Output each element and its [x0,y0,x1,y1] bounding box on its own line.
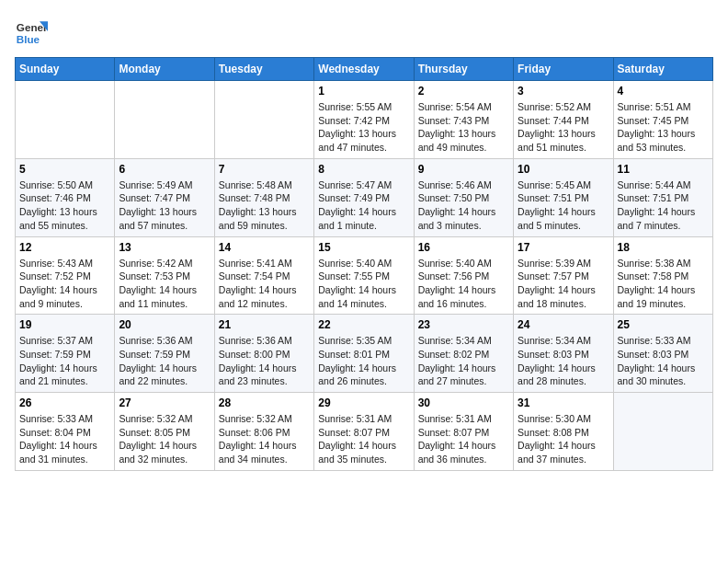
day-number: 13 [119,241,210,254]
calendar-cell: 12Sunrise: 5:43 AM Sunset: 7:52 PM Dayli… [16,236,115,315]
weekday-header-sunday: Sunday [16,58,115,81]
day-number: 20 [119,318,210,331]
day-number: 31 [518,396,609,409]
calendar-cell: 8Sunrise: 5:47 AM Sunset: 7:49 PM Daylig… [314,158,414,236]
calendar-cell: 14Sunrise: 5:41 AM Sunset: 7:54 PM Dayli… [214,236,313,315]
day-number: 7 [219,163,310,176]
day-info: Sunrise: 5:32 AM Sunset: 8:05 PM Dayligh… [119,412,210,466]
calendar-cell: 17Sunrise: 5:39 AM Sunset: 7:57 PM Dayli… [514,236,613,315]
calendar-cell: 16Sunrise: 5:40 AM Sunset: 7:56 PM Dayli… [414,236,513,315]
day-number: 9 [418,163,509,176]
calendar-cell: 30Sunrise: 5:31 AM Sunset: 8:07 PM Dayli… [414,393,513,471]
day-info: Sunrise: 5:31 AM Sunset: 8:07 PM Dayligh… [418,412,509,466]
day-info: Sunrise: 5:43 AM Sunset: 7:52 PM Dayligh… [19,257,110,311]
day-number: 5 [19,163,110,176]
day-number: 22 [318,318,409,331]
day-info: Sunrise: 5:42 AM Sunset: 7:53 PM Dayligh… [119,257,210,311]
calendar-week-row: 1Sunrise: 5:55 AM Sunset: 7:42 PM Daylig… [16,81,713,159]
day-number: 16 [418,241,509,254]
day-info: Sunrise: 5:37 AM Sunset: 7:59 PM Dayligh… [19,334,110,388]
calendar-cell: 15Sunrise: 5:40 AM Sunset: 7:55 PM Dayli… [314,236,414,315]
day-number: 4 [618,85,709,98]
day-number: 12 [19,241,110,254]
calendar-week-row: 26Sunrise: 5:33 AM Sunset: 8:04 PM Dayli… [16,393,713,471]
weekday-header-saturday: Saturday [613,58,712,81]
calendar-week-row: 12Sunrise: 5:43 AM Sunset: 7:52 PM Dayli… [16,236,713,315]
day-info: Sunrise: 5:47 AM Sunset: 7:49 PM Dayligh… [318,178,409,233]
weekday-header-wednesday: Wednesday [314,58,414,81]
calendar-cell: 25Sunrise: 5:33 AM Sunset: 8:03 PM Dayli… [613,315,712,393]
day-number: 2 [418,85,509,98]
calendar-cell: 29Sunrise: 5:31 AM Sunset: 8:07 PM Dayli… [314,393,414,471]
calendar-cell: 10Sunrise: 5:45 AM Sunset: 7:51 PM Dayli… [514,158,613,236]
day-number: 15 [318,241,409,254]
day-number: 18 [618,241,709,254]
day-info: Sunrise: 5:44 AM Sunset: 7:51 PM Dayligh… [618,178,709,233]
calendar-cell: 23Sunrise: 5:34 AM Sunset: 8:02 PM Dayli… [414,315,513,393]
calendar-cell: 20Sunrise: 5:36 AM Sunset: 7:59 PM Dayli… [115,315,214,393]
day-info: Sunrise: 5:38 AM Sunset: 7:58 PM Dayligh… [618,257,709,311]
calendar-week-row: 5Sunrise: 5:50 AM Sunset: 7:46 PM Daylig… [16,158,713,236]
calendar-cell: 11Sunrise: 5:44 AM Sunset: 7:51 PM Dayli… [613,158,712,236]
day-info: Sunrise: 5:40 AM Sunset: 7:56 PM Dayligh… [418,257,509,311]
calendar-cell [613,393,712,471]
weekday-header-thursday: Thursday [414,58,513,81]
calendar-cell: 1Sunrise: 5:55 AM Sunset: 7:42 PM Daylig… [314,81,414,159]
day-number: 14 [219,241,310,254]
day-info: Sunrise: 5:33 AM Sunset: 8:04 PM Dayligh… [19,412,110,466]
calendar-cell: 31Sunrise: 5:30 AM Sunset: 8:08 PM Dayli… [514,393,613,471]
weekday-header-friday: Friday [514,58,613,81]
day-number: 10 [518,163,609,176]
day-info: Sunrise: 5:49 AM Sunset: 7:47 PM Dayligh… [119,178,210,233]
day-number: 21 [219,318,310,331]
day-info: Sunrise: 5:48 AM Sunset: 7:48 PM Dayligh… [219,178,310,233]
weekday-header-monday: Monday [115,58,214,81]
calendar-header-row: SundayMondayTuesdayWednesdayThursdayFrid… [16,58,713,81]
day-info: Sunrise: 5:36 AM Sunset: 8:00 PM Dayligh… [219,334,310,388]
calendar-cell: 26Sunrise: 5:33 AM Sunset: 8:04 PM Dayli… [16,393,115,471]
day-number: 25 [618,318,709,331]
day-number: 17 [518,241,609,254]
day-info: Sunrise: 5:30 AM Sunset: 8:08 PM Dayligh… [518,412,609,466]
calendar-cell: 7Sunrise: 5:48 AM Sunset: 7:48 PM Daylig… [214,158,313,236]
day-number: 28 [219,396,310,409]
day-info: Sunrise: 5:41 AM Sunset: 7:54 PM Dayligh… [219,257,310,311]
day-number: 29 [318,396,409,409]
day-number: 19 [19,318,110,331]
calendar-cell: 9Sunrise: 5:46 AM Sunset: 7:50 PM Daylig… [414,158,513,236]
day-info: Sunrise: 5:45 AM Sunset: 7:51 PM Dayligh… [518,178,609,233]
weekday-header-tuesday: Tuesday [214,58,313,81]
day-number: 1 [318,85,409,98]
logo-icon: General Blue [15,15,48,48]
day-number: 23 [418,318,509,331]
calendar-cell: 19Sunrise: 5:37 AM Sunset: 7:59 PM Dayli… [16,315,115,393]
day-number: 8 [318,163,409,176]
calendar-cell: 6Sunrise: 5:49 AM Sunset: 7:47 PM Daylig… [115,158,214,236]
day-info: Sunrise: 5:51 AM Sunset: 7:45 PM Dayligh… [618,100,709,155]
calendar-cell: 13Sunrise: 5:42 AM Sunset: 7:53 PM Dayli… [115,236,214,315]
day-number: 11 [618,163,709,176]
calendar-week-row: 19Sunrise: 5:37 AM Sunset: 7:59 PM Dayli… [16,315,713,393]
day-info: Sunrise: 5:35 AM Sunset: 8:01 PM Dayligh… [318,334,409,388]
calendar-cell: 4Sunrise: 5:51 AM Sunset: 7:45 PM Daylig… [613,81,712,159]
calendar-table: SundayMondayTuesdayWednesdayThursdayFrid… [15,57,713,471]
day-info: Sunrise: 5:34 AM Sunset: 8:03 PM Dayligh… [518,334,609,388]
day-info: Sunrise: 5:36 AM Sunset: 7:59 PM Dayligh… [119,334,210,388]
day-info: Sunrise: 5:50 AM Sunset: 7:46 PM Dayligh… [19,178,110,233]
day-info: Sunrise: 5:32 AM Sunset: 8:06 PM Dayligh… [219,412,310,466]
day-info: Sunrise: 5:39 AM Sunset: 7:57 PM Dayligh… [518,257,609,311]
day-info: Sunrise: 5:31 AM Sunset: 8:07 PM Dayligh… [318,412,409,466]
calendar-cell: 22Sunrise: 5:35 AM Sunset: 8:01 PM Dayli… [314,315,414,393]
calendar-cell [16,81,115,159]
day-info: Sunrise: 5:54 AM Sunset: 7:43 PM Dayligh… [418,100,509,155]
calendar-cell: 28Sunrise: 5:32 AM Sunset: 8:06 PM Dayli… [214,393,313,471]
calendar-cell [115,81,214,159]
day-number: 3 [518,85,609,98]
calendar-cell: 24Sunrise: 5:34 AM Sunset: 8:03 PM Dayli… [514,315,613,393]
day-info: Sunrise: 5:34 AM Sunset: 8:02 PM Dayligh… [418,334,509,388]
day-info: Sunrise: 5:33 AM Sunset: 8:03 PM Dayligh… [618,334,709,388]
calendar-cell: 18Sunrise: 5:38 AM Sunset: 7:58 PM Dayli… [613,236,712,315]
day-number: 24 [518,318,609,331]
day-info: Sunrise: 5:40 AM Sunset: 7:55 PM Dayligh… [318,257,409,311]
calendar-cell: 21Sunrise: 5:36 AM Sunset: 8:00 PM Dayli… [214,315,313,393]
